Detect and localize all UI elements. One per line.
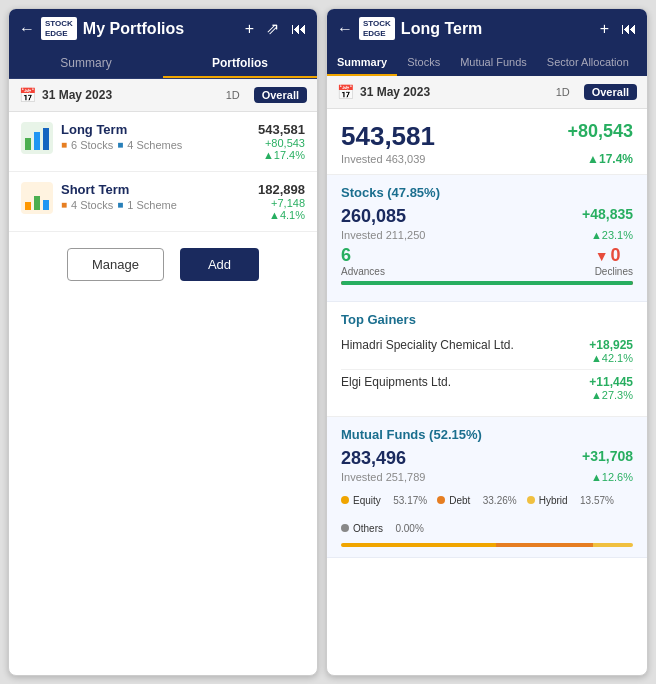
left-content: Long Term ■ 6 Stocks ■ 4 Schemes 543,581… <box>9 112 317 675</box>
stocks-gain: +48,835 <box>582 206 633 222</box>
right-overall-badge[interactable]: Overall <box>584 84 637 100</box>
right-content: 543,581 +80,543 Invested 463,039 ▲17.4% … <box>327 109 647 675</box>
portfolio-buttons: Manage Add <box>9 232 317 297</box>
add-button[interactable]: Add <box>180 248 259 281</box>
right-logo: STOCK EDGE <box>359 17 395 40</box>
portfolio-total-shortterm: 182,898 <box>258 182 305 197</box>
stocks-invested: Invested 211,250 <box>341 229 425 241</box>
bar-segment <box>341 543 496 547</box>
gainer-gain-1: +11,445 <box>589 375 633 389</box>
portfolio-sub-longterm: ■ 6 Stocks ■ 4 Schemes <box>61 139 250 151</box>
dot-stocks-shortterm: ■ <box>61 199 67 211</box>
declines-label: Declines <box>595 266 633 277</box>
gainers-title: Top Gainers <box>341 312 633 327</box>
stocks-invested-row: Invested 211,250 ▲23.1% <box>341 229 633 241</box>
mf-legend: Equity 53.17%Debt 33.26%Hybrid 13.57%Oth… <box>341 491 633 537</box>
stocks-pct: ▲23.1% <box>591 229 633 241</box>
left-tab-summary[interactable]: Summary <box>9 48 163 78</box>
bar-segment <box>593 543 633 547</box>
dot-stocks-longterm: ■ <box>61 139 67 151</box>
svg-rect-5 <box>25 202 31 210</box>
mf-value: 283,496 <box>341 448 406 469</box>
portfolio-schemes-shortterm: 1 Scheme <box>127 199 177 211</box>
advances-block: 6 Advances <box>341 245 385 277</box>
left-overall-badge[interactable]: Overall <box>254 87 307 103</box>
left-tabs: Summary Portfolios <box>9 48 317 79</box>
portfolio-stocks-shortterm: 4 Stocks <box>71 199 113 211</box>
left-add-icon[interactable]: + <box>245 20 254 38</box>
summary-block: 543,581 +80,543 Invested 463,039 ▲17.4% <box>327 109 647 175</box>
right-add-icon[interactable]: + <box>600 20 609 38</box>
left-subheader: 📅 31 May 2023 1D Overall <box>9 79 317 112</box>
summary-gain-value: +80,543 <box>567 121 633 142</box>
summary-total-value: 543,581 <box>341 121 435 152</box>
gainer-row-0[interactable]: Himadri Speciality Chemical Ltd. +18,925… <box>341 333 633 370</box>
manage-button[interactable]: Manage <box>67 248 164 281</box>
advances-label: Advances <box>341 266 385 277</box>
gainer-pct-1: ▲27.3% <box>589 389 633 401</box>
right-date: 31 May 2023 <box>360 85 550 99</box>
portfolio-gain-longterm: +80,543 <box>258 137 305 149</box>
left-back-icon[interactable]: ← <box>19 20 35 38</box>
right-period[interactable]: 1D <box>556 86 570 98</box>
mf-invested: Invested 251,789 <box>341 471 425 483</box>
advances-num: 6 <box>341 245 385 266</box>
left-logo: STOCK EDGE <box>41 17 77 40</box>
right-tab-mutualfunds[interactable]: Mutual Funds <box>450 48 537 76</box>
portfolio-name-longterm: Long Term <box>61 122 250 137</box>
mf-invested-row: Invested 251,789 ▲12.6% <box>341 471 633 483</box>
right-subheader: 📅 31 May 2023 1D Overall <box>327 76 647 109</box>
legend-item: Others 0.00% <box>341 519 424 537</box>
portfolio-name-shortterm: Short Term <box>61 182 250 197</box>
left-tab-portfolios[interactable]: Portfolios <box>163 48 317 78</box>
advances-bar-fill <box>341 281 633 285</box>
portfolio-pct-shortterm: ▲4.1% <box>258 209 305 221</box>
gainer-gain-0: +18,925 <box>589 338 633 352</box>
portfolio-pct-longterm: ▲17.4% <box>258 149 305 161</box>
left-title: My Portfolios <box>83 20 233 38</box>
left-back2-icon[interactable]: ⏮ <box>291 20 307 38</box>
right-tab-summary[interactable]: Summary <box>327 48 397 76</box>
portfolio-info-longterm: Long Term ■ 6 Stocks ■ 4 Schemes <box>61 122 250 151</box>
right-back2-icon[interactable]: ⏮ <box>621 20 637 38</box>
gainer-name-1: Elgi Equipments Ltd. <box>341 375 451 389</box>
gainer-name-0: Himadri Speciality Chemical Ltd. <box>341 338 514 352</box>
gainer-values-0: +18,925 ▲42.1% <box>589 338 633 364</box>
summary-total-row: 543,581 +80,543 <box>341 121 633 152</box>
gainer-row-1[interactable]: Elgi Equipments Ltd. +11,445 ▲27.3% <box>341 370 633 406</box>
right-calendar-icon: 📅 <box>337 84 354 100</box>
right-back-icon[interactable]: ← <box>337 20 353 38</box>
portfolio-info-shortterm: Short Term ■ 4 Stocks ■ 1 Scheme <box>61 182 250 211</box>
svg-rect-6 <box>34 196 40 210</box>
right-tab-sector[interactable]: Sector Allocation <box>537 48 639 76</box>
right-header: ← STOCK EDGE Long Term + ⏮ <box>327 9 647 48</box>
advances-row: 6 Advances ▼ 0 Declines <box>341 245 633 277</box>
mf-value-row: 283,496 +31,708 <box>341 448 633 469</box>
svg-rect-7 <box>43 200 49 210</box>
right-tab-stocks[interactable]: Stocks <box>397 48 450 76</box>
svg-rect-1 <box>25 138 31 150</box>
mf-section: Mutual Funds (52.15%) 283,496 +31,708 In… <box>327 417 647 558</box>
portfolio-item-longterm[interactable]: Long Term ■ 6 Stocks ■ 4 Schemes 543,581… <box>9 112 317 172</box>
gainer-pct-0: ▲42.1% <box>589 352 633 364</box>
legend-item: Debt 33.26% <box>437 491 517 509</box>
portfolio-icon-longterm <box>21 122 53 154</box>
left-share-icon[interactable]: ⇗ <box>266 19 279 38</box>
left-period[interactable]: 1D <box>226 89 240 101</box>
top-gainers-block: Top Gainers Himadri Speciality Chemical … <box>327 302 647 417</box>
stocks-section: Stocks (47.85%) 260,085 +48,835 Invested… <box>327 175 647 302</box>
portfolio-schemes-longterm: 4 Schemes <box>127 139 182 151</box>
portfolio-item-shortterm[interactable]: Short Term ■ 4 Stocks ■ 1 Scheme 182,898… <box>9 172 317 232</box>
left-header: ← STOCK EDGE My Portfolios + ⇗ ⏮ <box>9 9 317 48</box>
right-tabs: Summary Stocks Mutual Funds Sector Alloc… <box>327 48 647 76</box>
advances-bar <box>341 281 633 285</box>
dot-schemes-longterm: ■ <box>117 139 123 151</box>
mf-gain: +31,708 <box>582 448 633 464</box>
stocks-title: Stocks (47.85%) <box>341 185 633 200</box>
mf-title: Mutual Funds (52.15%) <box>341 427 633 442</box>
stocks-value-row: 260,085 +48,835 <box>341 206 633 227</box>
svg-rect-3 <box>43 128 49 150</box>
summary-pct: ▲17.4% <box>587 152 633 166</box>
portfolio-icon-shortterm <box>21 182 53 214</box>
portfolio-gain-shortterm: +7,148 <box>258 197 305 209</box>
